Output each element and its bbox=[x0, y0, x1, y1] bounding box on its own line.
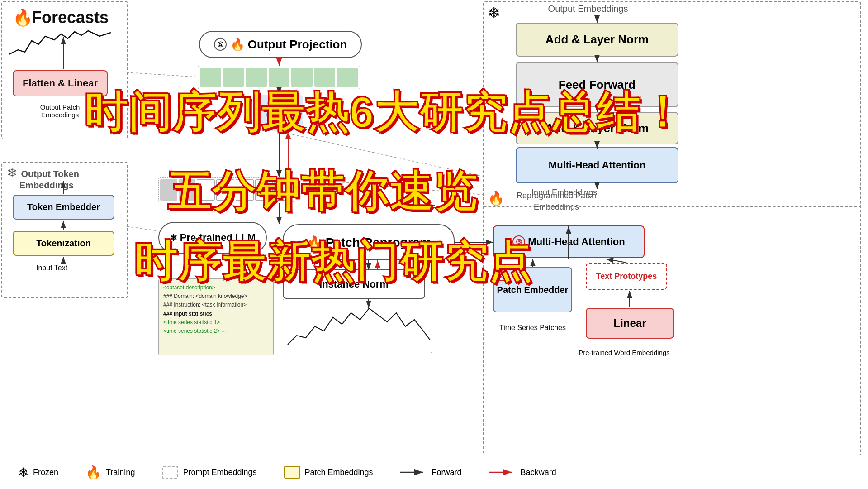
output-projection-box: ⑤ 🔥 Output Projection bbox=[199, 31, 362, 58]
legend-backward-label: Backward bbox=[521, 468, 556, 477]
multi-head-attn-right-label: Multi-Head Attention bbox=[528, 236, 625, 248]
snowflake-legend-icon: ❄ bbox=[18, 465, 28, 480]
overlay-title-3: 时序最新热门研究点 bbox=[133, 233, 532, 292]
legend-prompt-label: Prompt Embeddings bbox=[183, 468, 256, 477]
legend-forward-label: Forward bbox=[432, 468, 462, 477]
legend-bar: ❄ Frozen 🔥 Training Prompt Embeddings Pa… bbox=[0, 455, 868, 489]
snowflake-topright-icon: ❄ bbox=[488, 4, 500, 22]
overlay-title-1: 时间序列最热6大研究点总结！ bbox=[84, 84, 685, 143]
prompt-emb-legend-icon bbox=[162, 466, 178, 479]
prompt-line4: ### Input statistics: bbox=[163, 310, 269, 318]
tokenization-box: Tokenization bbox=[13, 231, 114, 256]
diagram-container: 时间序列最热6大研究点总结！ 五分钟带你速览 时序最新热门研究点 ❄ 🔥 🔥 F… bbox=[0, 0, 868, 489]
output-token-header: ❄ Output Token Embeddings bbox=[7, 165, 79, 191]
legend-patch-label: Patch Embeddings bbox=[305, 468, 373, 477]
token-embedder-box: Token Embedder bbox=[13, 195, 114, 220]
legend-backward: Backward bbox=[489, 468, 556, 477]
output-proj-label: 🔥 Output Projection bbox=[230, 38, 347, 52]
multi-head-attn-top-box: Multi-Head Attention bbox=[516, 147, 678, 183]
overlay-title-2: 五分钟带你速览 bbox=[167, 163, 478, 222]
ts-chart-svg bbox=[283, 299, 432, 354]
patch-emb-legend-icon bbox=[284, 466, 300, 479]
output-proj-circle: ⑤ bbox=[214, 38, 227, 51]
prompt-line5: <time series statistic 1> bbox=[163, 318, 269, 327]
reprogrammed-label: Reprogrammed Patch Embeddings bbox=[511, 190, 602, 213]
pretrained-word-emb-label: Pre-trained Word Embeddings bbox=[574, 349, 674, 356]
linear-right-box: Linear bbox=[586, 308, 674, 339]
legend-frozen-label: Frozen bbox=[33, 468, 58, 477]
prompt-line6: <time series statistic 2> ··· bbox=[163, 327, 269, 336]
legend-forward: Forward bbox=[400, 468, 462, 477]
time-series-patches-label: Time Series Patches bbox=[493, 324, 572, 332]
sparkline-chart bbox=[9, 27, 111, 63]
legend-patch-emb: Patch Embeddings bbox=[284, 466, 373, 479]
legend-training: 🔥 Training bbox=[85, 465, 135, 480]
prompt-line2: ### Domain: <domain knowledge> bbox=[163, 292, 269, 301]
fire-bottomright-icon: 🔥 bbox=[488, 190, 504, 206]
input-text-label: Input Text bbox=[36, 264, 67, 272]
forecasts-label: Forecasts bbox=[32, 8, 109, 27]
fire-legend-icon: 🔥 bbox=[85, 465, 101, 480]
svg-line-25 bbox=[127, 226, 158, 231]
backward-arrow-icon bbox=[489, 468, 516, 477]
legend-frozen: ❄ Frozen bbox=[18, 465, 58, 480]
ts-chart-box bbox=[283, 299, 432, 353]
prompt-line3: ### Instruction: <task information> bbox=[163, 301, 269, 309]
text-prototypes-box: Text Prototypes bbox=[586, 263, 667, 290]
legend-prompt-emb: Prompt Embeddings bbox=[162, 466, 256, 479]
forward-arrow-icon bbox=[400, 468, 427, 477]
svg-line-24 bbox=[127, 72, 198, 77]
legend-training-label: Training bbox=[106, 468, 135, 477]
fire-forecasts-icon: 🔥 bbox=[13, 8, 33, 27]
output-embeddings-label: Output Embeddings bbox=[531, 4, 645, 14]
add-layer-norm-top-box: Add & Layer Norm bbox=[516, 23, 678, 57]
